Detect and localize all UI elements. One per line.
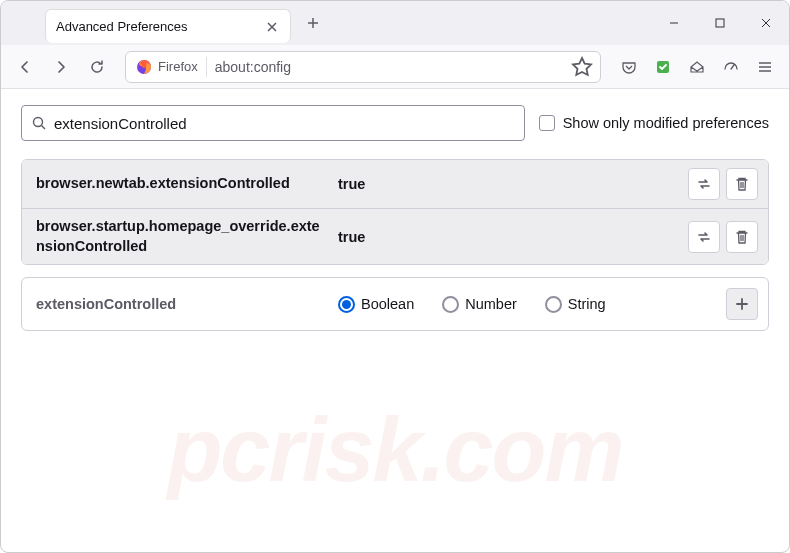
search-row: extensionControlled Show only modified p…: [21, 105, 769, 141]
maximize-button[interactable]: [697, 3, 743, 43]
svg-rect-0: [716, 19, 724, 27]
dashboard-icon[interactable]: [715, 51, 747, 83]
delete-button[interactable]: [726, 221, 758, 253]
browser-tab[interactable]: Advanced Preferences: [45, 9, 291, 43]
extension-icon[interactable]: [647, 51, 679, 83]
watermark: pcrisk.com: [1, 399, 789, 502]
pref-value: true: [338, 229, 676, 245]
close-window-button[interactable]: [743, 3, 789, 43]
window-controls: [651, 3, 789, 43]
radio-string[interactable]: String: [545, 296, 606, 313]
preferences-table: browser.newtab.extensionControlled true …: [21, 159, 769, 265]
radio-boolean[interactable]: Boolean: [338, 296, 414, 313]
pref-row[interactable]: browser.newtab.extensionControlled true: [22, 160, 768, 209]
menu-button[interactable]: [749, 51, 781, 83]
navbar: Firefox about:config: [1, 45, 789, 89]
url-bar[interactable]: Firefox about:config: [125, 51, 601, 83]
new-tab-button[interactable]: [299, 9, 327, 37]
tab-title: Advanced Preferences: [56, 19, 264, 34]
toggle-button[interactable]: [688, 221, 720, 253]
new-pref-row: extensionControlled Boolean Number Strin…: [21, 277, 769, 331]
pref-name: browser.startup.homepage_override.extens…: [36, 217, 326, 256]
new-pref-name: extensionControlled: [36, 296, 326, 312]
bookmark-star-icon[interactable]: [570, 55, 594, 79]
toolbar-right: [613, 51, 781, 83]
identity-box[interactable]: Firefox: [132, 57, 207, 77]
forward-button[interactable]: [45, 51, 77, 83]
pref-value: true: [338, 176, 676, 192]
pref-row[interactable]: browser.startup.homepage_override.extens…: [22, 209, 768, 264]
reload-button[interactable]: [81, 51, 113, 83]
radio-icon: [545, 296, 562, 313]
close-tab-icon[interactable]: [264, 19, 280, 35]
pref-actions: [688, 168, 758, 200]
show-modified-checkbox[interactable]: Show only modified preferences: [539, 115, 769, 131]
toggle-button[interactable]: [688, 168, 720, 200]
mail-icon[interactable]: [681, 51, 713, 83]
type-radio-group: Boolean Number String: [338, 296, 714, 313]
content-area: extensionControlled Show only modified p…: [1, 89, 789, 347]
search-value: extensionControlled: [54, 115, 187, 132]
back-button[interactable]: [9, 51, 41, 83]
url-text: about:config: [215, 59, 570, 75]
pocket-icon[interactable]: [613, 51, 645, 83]
radio-icon: [338, 296, 355, 313]
firefox-icon: [136, 59, 152, 75]
pref-name: browser.newtab.extensionControlled: [36, 174, 326, 194]
delete-button[interactable]: [726, 168, 758, 200]
radio-icon: [442, 296, 459, 313]
search-input[interactable]: extensionControlled: [21, 105, 525, 141]
svg-point-3: [34, 118, 43, 127]
minimize-button[interactable]: [651, 3, 697, 43]
add-button[interactable]: [726, 288, 758, 320]
pref-actions: [688, 221, 758, 253]
radio-number[interactable]: Number: [442, 296, 517, 313]
identity-label: Firefox: [158, 59, 198, 74]
titlebar: Advanced Preferences: [1, 1, 789, 45]
search-icon: [32, 116, 46, 130]
checkbox-label-text: Show only modified preferences: [563, 115, 769, 131]
checkbox-icon: [539, 115, 555, 131]
